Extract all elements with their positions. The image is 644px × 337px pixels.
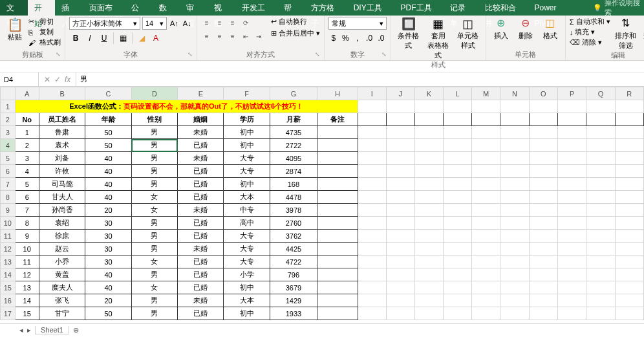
- align-launcher[interactable]: ⤡: [315, 50, 320, 59]
- row-header-14[interactable]: 14: [1, 268, 16, 281]
- cell[interactable]: 大专: [224, 243, 270, 255]
- row-header-11[interactable]: 11: [1, 230, 16, 243]
- paste-button[interactable]: 📋 粘贴: [4, 17, 26, 42]
- cell[interactable]: 796: [270, 268, 317, 281]
- cell[interactable]: 甘夫人: [39, 191, 85, 204]
- cell[interactable]: 40: [85, 281, 132, 294]
- cell[interactable]: 30: [85, 255, 132, 268]
- cell[interactable]: 11: [15, 255, 39, 268]
- table-header[interactable]: 婚姻: [178, 113, 224, 126]
- cell[interactable]: 初中: [224, 307, 270, 320]
- cell[interactable]: [317, 307, 358, 320]
- decrease-font-button[interactable]: A↓: [182, 19, 193, 27]
- cell[interactable]: 14: [15, 294, 39, 307]
- cell[interactable]: 40: [85, 165, 132, 178]
- cell[interactable]: 大专: [224, 152, 270, 165]
- fx-button[interactable]: fx: [65, 75, 70, 84]
- cell[interactable]: 女: [131, 255, 177, 268]
- merge-center-button[interactable]: ⊞合并后居中 ▾: [271, 28, 320, 38]
- cell[interactable]: 已婚: [178, 281, 224, 294]
- cell[interactable]: 50: [85, 126, 132, 139]
- cell[interactable]: 男: [131, 126, 177, 139]
- col-header-J[interactable]: J: [386, 87, 414, 100]
- align-bottom-button[interactable]: ≡: [227, 17, 239, 28]
- cell[interactable]: 张飞: [39, 294, 85, 307]
- cell[interactable]: 未婚: [178, 126, 224, 139]
- col-header-F[interactable]: F: [224, 87, 270, 100]
- sheet-nav-next[interactable]: ▸: [27, 326, 31, 334]
- cell[interactable]: 女: [131, 281, 177, 294]
- col-header-R[interactable]: R: [615, 87, 643, 100]
- cell[interactable]: 初中: [224, 281, 270, 294]
- cell[interactable]: 女: [131, 204, 177, 217]
- wrap-text-button[interactable]: ↩自动换行: [271, 17, 320, 27]
- cell[interactable]: 未婚: [178, 243, 224, 255]
- delete-cells-button[interactable]: ⊖删除: [515, 17, 537, 41]
- col-header-B[interactable]: B: [39, 87, 85, 100]
- row-header-15[interactable]: 15: [1, 281, 16, 294]
- tab-insert[interactable]: 插入: [55, 0, 83, 16]
- cell[interactable]: [317, 230, 358, 243]
- row-header-8[interactable]: 8: [1, 191, 16, 204]
- cell[interactable]: 初中: [224, 178, 270, 191]
- table-header[interactable]: No: [15, 113, 39, 126]
- cell[interactable]: 糜夫人: [39, 281, 85, 294]
- table-header[interactable]: 性别: [131, 113, 177, 126]
- increase-indent-button[interactable]: ⇥: [253, 30, 264, 42]
- cell[interactable]: 男: [131, 139, 177, 152]
- cell[interactable]: 男: [131, 230, 177, 243]
- tab-help[interactable]: 帮助: [277, 0, 305, 16]
- cell[interactable]: 袁绍: [39, 217, 85, 230]
- increase-decimal-button[interactable]: .0: [364, 32, 374, 45]
- increase-font-button[interactable]: A↑: [169, 19, 180, 27]
- font-size-select[interactable]: 14▾: [142, 17, 167, 30]
- cell[interactable]: [317, 178, 358, 191]
- cell[interactable]: 40: [85, 152, 132, 165]
- cell-styles-button[interactable]: ◫单元格样式: [455, 17, 482, 50]
- cell[interactable]: 男: [131, 152, 177, 165]
- col-header-I[interactable]: I: [358, 87, 386, 100]
- cell[interactable]: 3: [15, 152, 39, 165]
- cell[interactable]: 2: [15, 139, 39, 152]
- fill-button[interactable]: ↓填充 ▾: [570, 27, 610, 37]
- col-header-H[interactable]: H: [317, 87, 358, 100]
- cell[interactable]: 2722: [270, 139, 317, 152]
- cell[interactable]: [317, 204, 358, 217]
- cell[interactable]: 男: [131, 178, 177, 191]
- tab-pivot[interactable]: Power Pivot: [528, 0, 580, 16]
- tab-file[interactable]: 文件: [0, 0, 28, 16]
- decrease-decimal-button[interactable]: .0: [376, 32, 386, 45]
- cell[interactable]: 男: [131, 165, 177, 178]
- row-header-10[interactable]: 10: [1, 217, 16, 230]
- tell-me-search[interactable]: 💡 操作说明搜索: [593, 0, 644, 17]
- cell[interactable]: 中专: [224, 204, 270, 217]
- bold-button[interactable]: B: [69, 32, 82, 45]
- insert-cells-button[interactable]: ⊕插入: [490, 17, 512, 41]
- col-header-N[interactable]: N: [500, 87, 529, 100]
- col-header-C[interactable]: C: [85, 87, 132, 100]
- cell[interactable]: 已婚: [178, 217, 224, 230]
- cell[interactable]: 男: [131, 268, 177, 281]
- col-header-P[interactable]: P: [558, 87, 586, 100]
- align-middle-button[interactable]: ≡: [214, 17, 226, 28]
- row-header-13[interactable]: 13: [1, 255, 16, 268]
- cell[interactable]: 20: [85, 204, 132, 217]
- cell[interactable]: [317, 152, 358, 165]
- row-header-2[interactable]: 2: [1, 113, 16, 126]
- cell[interactable]: [317, 255, 358, 268]
- tab-layout[interactable]: 页面布局: [83, 0, 125, 16]
- sheet-nav-prev[interactable]: ◂: [19, 326, 23, 334]
- row-header-16[interactable]: 16: [1, 294, 16, 307]
- cell[interactable]: 15: [15, 307, 39, 320]
- cell[interactable]: 7: [15, 204, 39, 217]
- cell[interactable]: 50: [85, 139, 132, 152]
- underline-button[interactable]: U: [98, 32, 111, 45]
- sort-filter-button[interactable]: ⇅排序和筛选: [613, 17, 639, 50]
- cell[interactable]: 已婚: [178, 178, 224, 191]
- cell[interactable]: 男: [131, 294, 177, 307]
- cell[interactable]: 未婚: [178, 294, 224, 307]
- table-header[interactable]: 备注: [317, 113, 358, 126]
- border-button[interactable]: ▦: [116, 32, 129, 45]
- cell[interactable]: 赵云: [39, 243, 85, 255]
- cut-button[interactable]: ✂剪切: [28, 17, 61, 27]
